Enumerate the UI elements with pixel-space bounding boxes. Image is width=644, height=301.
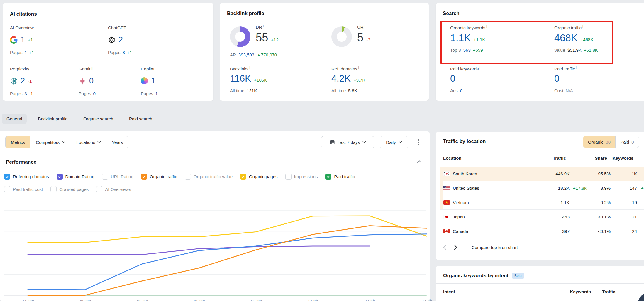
metric-checkbox-referring-domains[interactable]: Referring domains [4,174,49,180]
column-header-location[interactable]: Location [443,156,462,161]
tab-general[interactable]: General [2,114,27,124]
metric-checkbox-label: Impressions [294,174,318,179]
ai-citation-value[interactable]: 2 [118,35,123,44]
column-header-share[interactable]: Share [578,156,607,161]
metric-checkbox-impressions[interactable]: Impressions [285,174,318,180]
flag-vn-icon [443,200,450,205]
location-keywords[interactable]: 1K [611,167,637,181]
flag-ca-icon [443,229,450,233]
organic-traffic-label: Organic traffici [554,25,598,30]
location-row-kr[interactable]: South Korea446.9K95.5%1K [440,167,644,181]
location-traffic: 446.9K [531,167,570,181]
metrics-button[interactable]: Metrics [6,136,30,148]
location-keywords[interactable]: 19 [611,195,637,210]
organic-toggle[interactable]: Organic30 [583,136,615,148]
next-page-icon[interactable] [454,245,457,250]
dr-metric: DRi 55+12 [256,24,279,44]
locations-button[interactable]: Locations [71,136,106,148]
info-icon[interactable]: i [38,11,38,14]
metric-checkbox-organic-traffic-value[interactable]: Organic traffic value [185,174,233,180]
competitors-button[interactable]: Competitors [30,136,71,148]
prev-page-icon[interactable] [443,245,446,250]
column-header-kw[interactable]: Keywords [565,289,591,294]
row-highlight-strip [440,181,443,195]
location-row-ca[interactable]: Canada397<0.1%24 [440,224,644,238]
organic-keywords-label: Organic keywordsi [450,25,487,30]
x-axis-tick-label: 3 Feb [421,299,432,301]
column-header-tr[interactable]: Traffic [595,289,615,294]
dr-delta: +12 [271,37,278,42]
granularity-button[interactable]: Daily [380,136,408,148]
column-header-keywords[interactable]: Keywords [607,156,633,161]
location-keywords[interactable]: 147 [611,181,637,195]
ai-citation-value[interactable]: 0 [89,76,94,85]
location-row-jp[interactable]: Japan463<0.1%21 [440,210,644,224]
keywords-by-intent-card: Organic keywords by intent Beta [436,266,644,301]
ai-citation-delta: +1 [28,37,33,42]
paid-keywords-metric: Paid keywordsi 0 Ads0 [450,66,480,93]
pages-value[interactable]: 1 [155,91,158,96]
location-keywords[interactable]: 21 [611,210,637,224]
info-icon[interactable]: i [263,24,264,28]
checkbox-checked-icon [57,174,63,180]
metric-checkbox-url-rating[interactable]: URL Rating [102,174,133,180]
ref-domains-label-text: Ref. domains [331,66,357,71]
metric-checkbox-crawled-pages[interactable]: Crawled pages [50,186,89,192]
paid-keywords-value[interactable]: 0 [450,73,455,84]
location-keywords[interactable]: 24 [611,224,637,238]
info-icon[interactable]: i [249,66,250,69]
info-icon[interactable]: i [486,25,487,28]
pages-value[interactable]: 3 [123,50,125,55]
pages-value[interactable]: 0 [93,91,96,96]
chevron-down-icon [62,141,65,143]
pages-value[interactable]: 3 [25,91,27,96]
chevron-down-icon [97,141,101,143]
ads-label: Ads [450,88,458,93]
ai-citation-value[interactable]: 1 [151,76,156,85]
date-range-button[interactable]: Last 7 days [321,136,374,148]
pages-delta: +1 [127,50,132,55]
column-header-intent[interactable]: Intent [443,289,455,294]
more-options-button[interactable] [415,138,422,146]
checkbox-unchecked-icon [96,186,102,192]
dr-label-text: DR [256,25,262,30]
tab-paid-search[interactable]: Paid search [124,114,157,124]
ai-citation-delta: -1 [28,78,32,83]
paid-traffic-value[interactable]: 0 [554,73,560,84]
info-icon[interactable]: i [480,66,480,69]
ref-domains-value[interactable]: 4.2K [331,73,351,84]
compare-top5-link[interactable]: Compare top 5 on chart [472,245,518,250]
backlinks-value[interactable]: 116K [230,73,251,84]
info-icon[interactable]: i [582,25,583,28]
location-row-us[interactable]: United States18.2K+17.8K3.9%147+92 [440,181,644,195]
metric-checkbox-ai-overviews[interactable]: AI Overviews [96,186,131,192]
organic-keywords-value[interactable]: 1.1K [450,32,471,43]
info-icon[interactable]: i [358,66,359,69]
ai-citation-value[interactable]: 1 [21,35,25,44]
location-row-vn[interactable]: Vietnam1.1K0.2%19 [440,195,644,210]
organic-traffic-value[interactable]: 468K [554,32,577,43]
pages-value[interactable]: 1 [25,50,27,55]
ar-value[interactable]: 393,593 [238,52,254,57]
info-icon[interactable]: i [576,66,577,69]
top3-value[interactable]: 563 [463,48,471,53]
info-icon[interactable]: i [365,24,365,28]
tab-backlink-profile[interactable]: Backlink profile [33,114,72,124]
metrics-button-label: Metrics [11,140,25,145]
pages-label: Pages [10,50,23,55]
paid-toggle[interactable]: Paid0 [615,136,638,148]
x-axis-tick-label: 1 Feb [308,299,318,301]
ads-value[interactable]: 0 [460,88,462,93]
metric-checkbox-organic-pages[interactable]: Organic pages [240,174,278,180]
ai-citation-value[interactable]: 2 [21,76,25,85]
metric-checkbox-domain-rating[interactable]: Domain Rating [57,174,94,180]
metric-checkbox-paid-traffic-cost[interactable]: Paid traffic cost [4,186,43,192]
tab-organic-search[interactable]: Organic search [79,114,118,124]
metric-checkbox-paid-traffic[interactable]: Paid traffic [325,174,355,180]
flag-jp-icon [443,215,450,219]
collapse-section-button[interactable] [417,160,422,163]
column-header-traffic[interactable]: Traffic [528,156,566,161]
search-title: Search [443,11,460,16]
metric-checkbox-organic-traffic[interactable]: Organic traffic [141,174,177,180]
years-button[interactable]: Years [106,136,128,148]
